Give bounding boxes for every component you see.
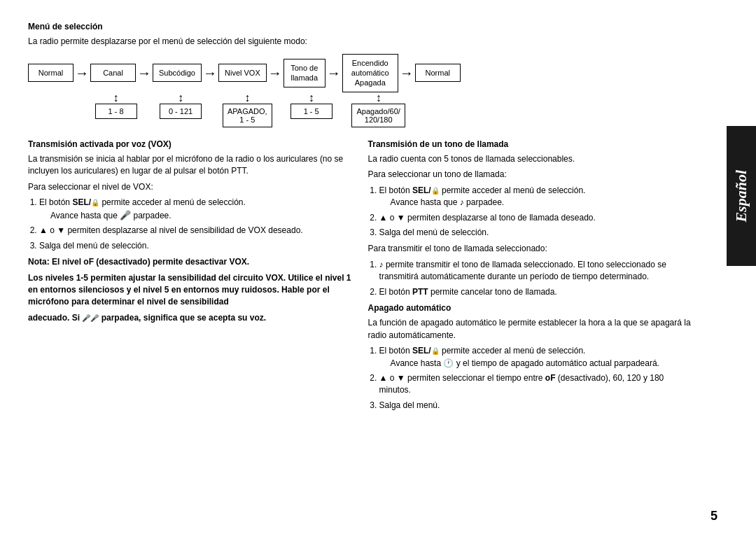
flow-box-normal2: Normal (415, 64, 461, 82)
ring-step2-2: El botón PTT permite cancelar tono de ll… (379, 286, 694, 298)
sub-box-1-5: 1 - 5 (290, 104, 332, 119)
vox-note3: adecuado. Si 🎤🎤 parpadea, significa que … (28, 312, 354, 324)
vox-p2: Para seleccionar el nivel de VOX: (28, 181, 354, 193)
vox-step-2: ▲ o ▼ permiten desplazarse al nivel de s… (39, 225, 354, 237)
flow-diagram: Normal → Canal → Subcódigo → Nivel VOX →… (28, 54, 707, 127)
vox-note1: Nota: El nivel oF (desactivado) permite … (28, 256, 354, 268)
sub-box-apagado: APAGADO,1 - 5 (223, 104, 272, 127)
flow-box-subcodigo: Subcódigo (153, 64, 202, 82)
ring-steps2: ♪ permite transmitir el tono de llamada … (368, 259, 694, 298)
page-number: 5 (710, 509, 718, 524)
ring-p3: Para transmitir el tono de llamada selec… (368, 243, 694, 255)
auto-step-3: Salga del menú. (379, 400, 694, 412)
flow-box-tono: Tono dellamada (284, 59, 326, 87)
ring-p1: La radio cuenta con 5 tonos de llamada s… (368, 153, 694, 165)
ring-steps1: El botón SEL/🔒 permite acceder al menú d… (368, 185, 694, 239)
ring-title: Transmisión de un tono de llamada (368, 139, 694, 150)
vox-steps: El botón SEL/🔒 permite acceder al menú d… (28, 197, 354, 252)
flow-box-canal: Canal (90, 64, 136, 82)
page-container: Español 5 Menú de selección La radio per… (0, 0, 756, 534)
sub-box-0-121: 0 - 121 (160, 104, 202, 119)
sub-box-apagado60: Apagado/60/120/180 (351, 104, 405, 127)
vox-note2: Los niveles 1-5 permiten ajustar la sens… (28, 272, 354, 309)
sub-box-1-8: 1 - 8 (95, 104, 137, 119)
two-column-section: Transmisión activada por voz (VOX) La tr… (28, 139, 707, 416)
ring-p2: Para seleccionar un tono de llamada: (368, 169, 694, 181)
col-left: Transmisión activada por voz (VOX) La tr… (28, 139, 354, 416)
col-right: Transmisión de un tono de llamada La rad… (368, 139, 694, 416)
spanish-label: Español (732, 170, 750, 223)
auto-step-2: ▲ o ▼ permiten seleccionar el tiempo ent… (379, 372, 694, 397)
content-area: Menú de selección La radio permite despl… (14, 14, 742, 423)
vox-title: Transmisión activada por voz (VOX) (28, 139, 354, 150)
flow-box-normal1: Normal (28, 64, 74, 82)
vox-p1: La transmisión se inicia al hablar por e… (28, 153, 354, 178)
section-menu-title: Menú de selección (28, 21, 707, 33)
ring-step2-1: ♪ permite transmitir el tono de llamada … (379, 259, 694, 283)
ring-step1-3: Salga del menú de selección. (379, 227, 694, 239)
ring-step1-1: El botón SEL/🔒 permite acceder al menú d… (379, 185, 694, 209)
section-menu: Menú de selección La radio permite despl… (28, 21, 707, 127)
ring-step1-2: ▲ o ▼ permiten desplazarse al tono de ll… (379, 212, 694, 224)
vox-step-3: Salga del menú de selección. (39, 240, 354, 252)
vox-step-1: El botón SEL/🔒 permite acceder al menú d… (39, 197, 354, 222)
auto-title: Apagado automático (368, 302, 694, 314)
flow-box-encendido: EncendidoautomáticoApagada (342, 54, 398, 92)
spanish-tab: Español (727, 126, 756, 266)
auto-steps: El botón SEL/🔒 permite acceder al menú d… (368, 345, 694, 412)
section-menu-intro: La radio permite desplazarse por el menú… (28, 36, 707, 48)
auto-p1: La función de apagado automático le perm… (368, 317, 694, 342)
auto-step-1: El botón SEL/🔒 permite acceder al menú d… (379, 345, 694, 370)
flow-box-nivel-vox: Nivel VOX (218, 64, 267, 82)
